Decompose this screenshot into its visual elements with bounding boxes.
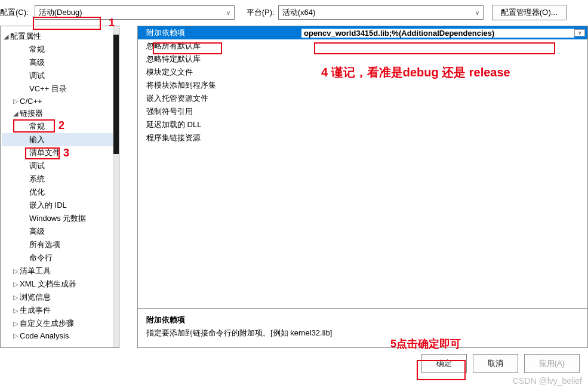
- property-label: 强制符号引用: [146, 106, 301, 117]
- property-row[interactable]: 将模块添加到程序集: [138, 79, 587, 92]
- config-label: 配置(C):: [0, 7, 29, 18]
- scrollbar-track[interactable]: [113, 26, 119, 347]
- tree-item-label: C/C++: [20, 97, 42, 106]
- tree-item[interactable]: 嵌入的 IDL: [2, 199, 118, 212]
- desc-text: 指定要添加到链接命令行的附加项。[例如 kernel32.lib]: [146, 328, 579, 338]
- tree-item[interactable]: 调试: [2, 159, 118, 173]
- platform-value: 活动(x64): [282, 7, 316, 18]
- config-manager-button[interactable]: 配置管理器(O)...: [492, 5, 567, 20]
- chevron-down-icon: ∨: [226, 10, 230, 16]
- tree-item[interactable]: 优化: [2, 186, 118, 199]
- tree-item-label: 高级: [29, 226, 45, 237]
- property-label: 延迟加载的 DLL: [146, 119, 301, 130]
- tree-item[interactable]: ▷生成事件: [2, 304, 118, 317]
- tree-item-label: Windows 元数据: [29, 213, 86, 224]
- tree-item[interactable]: VC++ 目录: [2, 82, 118, 96]
- top-toolbar: 配置(C): 活动(Debug) ∨ 平台(P): 活动(x64) ∨ 配置管理…: [0, 0, 588, 26]
- property-label: 程序集链接资源: [146, 133, 301, 143]
- tree-item-label: Code Analysis: [20, 331, 69, 340]
- expand-icon: ▷: [11, 97, 20, 105]
- property-row[interactable]: 忽略所有默认库: [138, 39, 587, 53]
- tree-item[interactable]: 常规: [2, 43, 118, 56]
- config-value: 活动(Debug): [39, 7, 82, 18]
- property-label: 嵌入托管资源文件: [146, 93, 301, 104]
- tree-item-label: 常规: [29, 44, 45, 55]
- main-content: ◢ 配置属性 常规高级调试VC++ 目录▷C/C++◢链接器常规输入清单文件调试…: [0, 26, 588, 348]
- chevron-down-icon[interactable]: ∨: [574, 29, 585, 36]
- tree-item[interactable]: 常规: [2, 120, 118, 133]
- tree-item-label: 浏览信息: [20, 292, 51, 303]
- tree-item[interactable]: ▷清单工具: [2, 264, 118, 278]
- tree-root-label: 配置属性: [10, 31, 41, 42]
- config-dropdown[interactable]: 活动(Debug) ∨: [35, 5, 235, 20]
- tree-item[interactable]: 调试: [2, 69, 118, 82]
- collapse-icon: ◢: [11, 110, 20, 118]
- property-row[interactable]: 忽略特定默认库: [138, 53, 587, 66]
- watermark: CSDN @lvy_belief: [513, 376, 582, 386]
- desc-title: 附加依赖项: [146, 315, 579, 325]
- tree-item-label: XML 文档生成器: [20, 279, 76, 290]
- tree-item[interactable]: ◢链接器: [2, 107, 118, 120]
- tree-item-label: 自定义生成步骤: [20, 318, 74, 329]
- tree-item-label: 清单工具: [20, 266, 51, 276]
- tree-item[interactable]: 所有选项: [2, 238, 118, 251]
- property-label: 模块定义文件: [146, 67, 301, 78]
- platform-label: 平台(P):: [247, 7, 275, 18]
- tree-item-label: 输入: [29, 134, 45, 145]
- property-row[interactable]: 附加依赖项opencv_world3415d.lib;%(AdditionalD…: [138, 26, 587, 39]
- expand-icon: ▷: [11, 320, 20, 328]
- tree-item-label: 所有选项: [29, 239, 60, 250]
- bottom-buttons: 确定 取消 应用(A): [0, 348, 588, 373]
- tree-item[interactable]: ▷XML 文档生成器: [2, 278, 118, 291]
- property-label: 忽略所有默认库: [146, 41, 301, 51]
- tree-item[interactable]: 命令行: [2, 251, 118, 264]
- tree-item[interactable]: 输入: [2, 133, 118, 146]
- expand-icon: ▷: [11, 307, 20, 315]
- tree-item-label: 嵌入的 IDL: [29, 200, 67, 211]
- property-row[interactable]: 嵌入托管资源文件: [138, 92, 587, 105]
- tree-item[interactable]: 清单文件: [2, 146, 118, 159]
- property-label: 附加依赖项: [146, 27, 301, 38]
- expand-icon: ▷: [11, 267, 20, 275]
- tree-item-label: 优化: [29, 187, 45, 198]
- scrollbar-thumb[interactable]: [113, 35, 119, 154]
- tree-item[interactable]: 系统: [2, 173, 118, 186]
- apply-button: 应用(A): [524, 354, 580, 373]
- property-label: 忽略特定默认库: [146, 54, 301, 64]
- expand-icon: ▷: [11, 294, 20, 301]
- tree-item-label: 高级: [29, 57, 45, 68]
- property-value: opencv_world3415d.lib;%(AdditionalDepend…: [301, 29, 574, 38]
- description-panel: 附加依赖项 指定要添加到链接命令行的附加项。[例如 kernel32.lib]: [137, 309, 588, 348]
- ok-button[interactable]: 确定: [421, 354, 467, 373]
- tree-item-label: VC++ 目录: [29, 84, 67, 94]
- platform-dropdown[interactable]: 活动(x64) ∨: [278, 5, 484, 20]
- tree-item[interactable]: 高级: [2, 56, 118, 69]
- tree-panel: ◢ 配置属性 常规高级调试VC++ 目录▷C/C++◢链接器常规输入清单文件调试…: [0, 26, 119, 348]
- collapse-icon: ◢: [2, 33, 10, 41]
- property-row[interactable]: 延迟加载的 DLL: [138, 118, 587, 131]
- tree-item[interactable]: 高级: [2, 225, 118, 238]
- expand-icon: ▷: [11, 332, 20, 340]
- tree-item-label: 系统: [29, 174, 45, 184]
- tree-item[interactable]: ▷Code Analysis: [2, 330, 118, 341]
- property-row[interactable]: 程序集链接资源: [138, 131, 587, 144]
- tree-item[interactable]: Windows 元数据: [2, 212, 118, 225]
- tree-item-label: 调试: [29, 70, 45, 81]
- property-row[interactable]: 模块定义文件: [138, 66, 587, 79]
- expand-icon: ▷: [11, 281, 20, 288]
- property-list: 附加依赖项opencv_world3415d.lib;%(AdditionalD…: [137, 26, 588, 309]
- tree-item-label: 调试: [29, 161, 45, 171]
- tree-items: 常规高级调试VC++ 目录▷C/C++◢链接器常规输入清单文件调试系统优化嵌入的…: [2, 43, 118, 341]
- tree-item[interactable]: ▷浏览信息: [2, 291, 118, 304]
- tree-item[interactable]: ▷自定义生成步骤: [2, 317, 118, 330]
- tree-item-label: 常规: [29, 121, 45, 132]
- right-panel: 附加依赖项opencv_world3415d.lib;%(AdditionalD…: [119, 26, 588, 348]
- tree-item[interactable]: ▷C/C++: [2, 96, 118, 107]
- tree-root[interactable]: ◢ 配置属性: [2, 30, 118, 43]
- tree-item-label: 链接器: [20, 108, 43, 119]
- tree-item-label: 清单文件: [29, 147, 60, 158]
- property-row[interactable]: 强制符号引用: [138, 105, 587, 118]
- cancel-button[interactable]: 取消: [473, 354, 518, 373]
- property-label: 将模块添加到程序集: [146, 80, 301, 91]
- tree-item-label: 命令行: [29, 252, 53, 263]
